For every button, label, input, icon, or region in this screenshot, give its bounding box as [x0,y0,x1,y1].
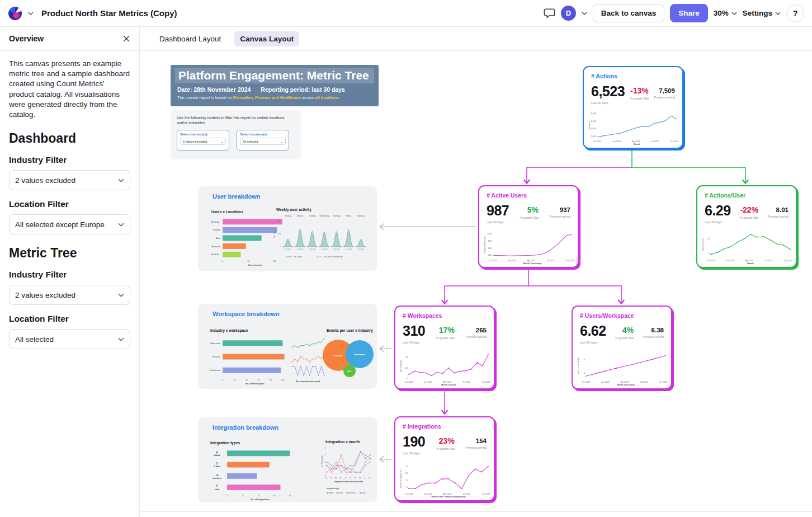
panel-user-breakdown[interactable]: User breakdown Users x Locations North A… [198,186,377,271]
sidebar-description: This canvas presents an example metric t… [9,59,130,120]
metric-tree-heading: Metric Tree [9,246,130,261]
svg-text:User events: User events [588,121,591,130]
dashboard-location-filter-select[interactable]: All selected except Europe [9,214,130,234]
tree-industry-filter-select[interactable]: 2 values excluded [9,285,130,305]
svg-text:users_per_workspace: users_per_workspace [577,358,579,374]
svg-text:0: 0 [280,246,281,248]
svg-text:10: 10 [405,480,408,482]
sidebar-title: Overview [9,34,44,43]
chevron-down-icon[interactable] [28,12,34,15]
metric-title: # Integrations [403,423,487,430]
metric-title: # Workspaces [403,312,487,319]
tab-canvas-layout[interactable]: Canvas Layout [234,31,299,46]
metric-value: 6,523 [591,83,625,100]
svg-text:0 10 2030: 0 10 2030 [285,248,291,251]
svg-text:Apr 2024: Apr 2024 [527,260,536,262]
industry-filter-mini-select[interactable]: 2 values excluded⌄ [180,138,226,145]
svg-text:No...: No... [369,477,372,479]
back-to-canvas-button[interactable]: Back to canvas [593,4,664,22]
svg-text:No. of Integrations: No. of Integrations [251,499,270,501]
document-title[interactable]: Product North Star Metrics (Copy) [41,8,177,18]
tab-dashboard-layout[interactable]: Dashboard Layout [154,31,226,46]
svg-text:20: 20 [233,379,235,381]
svg-text:100: 100 [281,379,284,381]
svg-text:0 10 2030: 0 10 2030 [333,248,340,251]
metric-card-actions[interactable]: # Actions 6,523 Last 30 days -13% % grow… [583,66,683,149]
canvas-bottom-edge [140,511,812,512]
svg-text:Month created: Month created [441,384,456,386]
tree-location-filter-select[interactable]: All selected [9,329,130,349]
chevron-down-icon [118,178,124,182]
report-title: Platform Engagement: Metric Tree [175,68,374,83]
svg-text:No. Users: No. Users [294,256,302,258]
zoom-control[interactable]: 30% [714,9,737,17]
svg-text:Jan 2024: Jan 2024 [612,140,621,143]
metric-value: 987 [487,203,509,219]
svg-text:Saturday: Saturday [357,215,365,217]
metric-card-integrations[interactable]: # Integrations 190 Last 30 days 23% % gr… [394,416,495,501]
metric-card-workspaces[interactable]: # Workspaces 310 Last 30 days 17% % grow… [394,306,495,389]
avatar-chevron-icon[interactable] [582,12,587,15]
comments-icon[interactable] [544,7,555,19]
svg-text:40: 40 [289,495,291,497]
svg-text:0: 0 [325,474,326,477]
svg-text:No. Users: No. Users [273,230,276,238]
svg-text:Oct 2023: Oct 2023 [707,260,715,262]
svg-text:10: 10 [707,238,710,240]
svg-text:50: 50 [247,260,249,262]
svg-text:1,000: 1,000 [276,220,281,222]
svg-text:40: 40 [246,379,248,381]
settings-menu[interactable]: Settings [743,9,781,17]
svg-text:Apr 2024: Apr 2024 [745,260,754,262]
avatar[interactable]: D [561,6,576,21]
svg-text:Actions per user: Actions per user [702,238,704,251]
svg-text:Friday: Friday [346,215,351,217]
report-title-block[interactable]: Platform Engagement: Metric Tree Date: 2… [171,65,379,106]
svg-text:☁: ☁ [215,473,219,476]
metric-growth: 4% [615,326,634,335]
svg-text:40: 40 [405,356,408,359]
metric-card-users-workspace[interactable]: # Users/Workspace 6.62 Last 30 days 4% %… [572,306,672,389]
svg-text:Current users: Current users [248,264,262,266]
svg-text:#: # [216,484,218,487]
svg-text:GSuite: GSuite [338,492,343,494]
svg-text:8,000: 8,000 [591,112,596,115]
dashboard-industry-filter-select[interactable]: 2 values excluded [9,170,130,190]
integration-month-chart: 02468Fe...M...Ap...M...Ju...Ju...Au...Se… [321,444,372,502]
location-filter-mini-select[interactable]: All selected⌄ [240,138,286,145]
metric-card-active-users[interactable]: # Active Users 987 Last 30 days 5% % gro… [478,185,579,268]
svg-text:Number of active users: Number of active users [484,236,486,253]
svg-text:No. active workspaces: No. active workspaces [324,256,343,258]
svg-text:Ju...: Ju... [344,477,347,479]
svg-text:Ju...: Ju... [350,477,352,479]
svg-text:G Suite: G Suite [214,466,220,468]
svg-text:30: 30 [273,495,275,497]
report-date-line: Date: 28th November 2024 Reporting perio… [175,86,374,93]
metric-tree-canvas[interactable]: Platform Engagement: Metric Tree Date: 2… [140,51,812,517]
svg-text:Se...: Se... [359,477,362,479]
share-button[interactable]: Share [670,4,708,22]
svg-text:Europe: Europe [213,228,221,231]
svg-text:Month timestamp: Month timestamp [617,384,635,386]
svg-text:Jul 2024: Jul 2024 [547,260,555,262]
panel-workspace-breakdown[interactable]: Workspace breakdown Industry x workspace… [198,304,377,389]
metric-growth: 23% [436,436,455,445]
svg-text:0 10 2030: 0 10 2030 [346,248,352,251]
metric-value: 190 [403,434,425,450]
svg-text:1,000: 1,000 [486,233,492,235]
metric-card-actions-user[interactable]: # Actions/User 6.29 Last 30 days -22% % … [696,185,797,268]
close-icon[interactable] [122,35,130,43]
svg-text:Month: Month [747,262,754,265]
report-filter-box[interactable]: Use the following controls to filter thi… [171,110,301,159]
panel-integration-breakdown[interactable]: Integration breakdown Integration types … [198,417,377,502]
svg-text:6,000: 6,000 [591,120,596,123]
overview-sidebar: Overview This canvas presents an example… [0,27,140,517]
help-button[interactable]: ? [786,4,804,22]
count-logo-icon[interactable] [8,6,22,21]
svg-text:Education: Education [210,342,220,345]
metric-value: 310 [403,323,425,339]
metric-previous: 265 [466,327,487,333]
weekly-activity-chart: 05001,000No. UsersSunday0 10 2030Monday0… [273,212,369,270]
svg-text:M...: M... [331,477,333,479]
svg-text:60: 60 [257,379,259,381]
